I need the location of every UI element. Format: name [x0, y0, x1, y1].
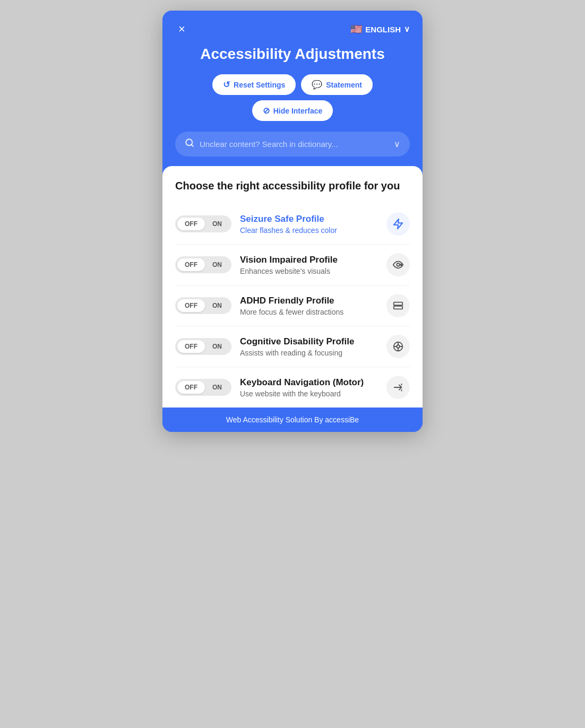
- profile-desc-adhd: More focus & fewer distractions: [240, 308, 378, 316]
- search-icon: [185, 138, 194, 150]
- statement-label: Statement: [326, 81, 362, 89]
- svg-point-4: [400, 264, 402, 266]
- svg-rect-6: [394, 306, 403, 309]
- svg-marker-2: [394, 219, 403, 229]
- reset-settings-button[interactable]: ↺ Reset Settings: [212, 74, 296, 95]
- accessibility-widget: × 🇺🇸 ENGLISH ∨ Accessibility Adjustments…: [162, 11, 423, 432]
- vision-impaired-icon: [386, 253, 410, 276]
- svg-rect-5: [394, 302, 403, 306]
- hide-interface-button[interactable]: ⊘ Hide Interface: [252, 100, 333, 121]
- profile-name-keyboard: Keyboard Navigation (Motor): [240, 377, 378, 388]
- toggle-on-label: ON: [205, 381, 229, 394]
- search-input[interactable]: [200, 140, 389, 149]
- page-title: Accessibility Adjustments: [175, 46, 410, 63]
- profile-item-vision[interactable]: OFF ON Vision Impaired Profile Enhances …: [175, 245, 410, 285]
- toggle-adhd[interactable]: OFF ON: [175, 297, 231, 314]
- profile-info-vision: Vision Impaired Profile Enhances website…: [240, 255, 378, 275]
- toggle-off-label: OFF: [177, 299, 205, 312]
- flag-icon: 🇺🇸: [350, 23, 362, 35]
- reset-settings-label: Reset Settings: [234, 81, 285, 89]
- search-bar: ∨: [175, 132, 410, 157]
- profile-desc-vision: Enhances website's visuals: [240, 267, 378, 275]
- seizure-safe-icon: [386, 212, 410, 236]
- svg-point-3: [397, 263, 400, 266]
- reset-icon: ↺: [223, 80, 230, 90]
- profile-name-vision: Vision Impaired Profile: [240, 255, 378, 265]
- toggle-on-label: ON: [205, 340, 229, 353]
- profile-item-keyboard[interactable]: OFF ON Keyboard Navigation (Motor) Use w…: [175, 367, 410, 408]
- statement-icon: 💬: [312, 80, 322, 90]
- adhd-friendly-icon: [386, 294, 410, 317]
- section-title: Choose the right accessibility profile f…: [175, 180, 410, 192]
- profile-info-cognitive: Cognitive Disability Profile Assists wit…: [240, 336, 378, 357]
- search-chevron-icon: ∨: [394, 139, 400, 149]
- statement-button[interactable]: 💬 Statement: [301, 74, 373, 95]
- profile-name-seizure: Seizure Safe Profile: [240, 214, 378, 224]
- language-label: ENGLISH: [365, 25, 401, 34]
- action-buttons: ↺ Reset Settings 💬 Statement ⊘ Hide Inte…: [175, 74, 410, 121]
- profile-item-cognitive[interactable]: OFF ON Cognitive Disability Profile Assi…: [175, 326, 410, 367]
- profile-item-adhd[interactable]: OFF ON ADHD Friendly Profile More focus …: [175, 285, 410, 326]
- profile-desc-keyboard: Use website with the keyboard: [240, 389, 378, 398]
- keyboard-navigation-icon: [386, 376, 410, 399]
- profile-item-seizure[interactable]: OFF ON Seizure Safe Profile Clear flashe…: [175, 204, 410, 245]
- profiles-section: Choose the right accessibility profile f…: [162, 166, 423, 408]
- header: × 🇺🇸 ENGLISH ∨ Accessibility Adjustments…: [162, 11, 423, 166]
- profile-info-seizure: Seizure Safe Profile Clear flashes & red…: [240, 214, 378, 235]
- profile-desc-seizure: Clear flashes & reduces color: [240, 226, 378, 235]
- profile-name-adhd: ADHD Friendly Profile: [240, 296, 378, 306]
- close-button[interactable]: ×: [175, 22, 188, 36]
- toggle-keyboard[interactable]: OFF ON: [175, 379, 231, 396]
- header-top: × 🇺🇸 ENGLISH ∨: [175, 22, 410, 36]
- toggle-on-label: ON: [205, 299, 229, 312]
- toggle-seizure[interactable]: OFF ON: [175, 215, 231, 232]
- toggle-on-label: ON: [205, 218, 229, 230]
- footer-text: Web Accessibility Solution By accessiBe: [226, 415, 359, 424]
- toggle-off-label: OFF: [177, 340, 205, 353]
- toggle-off-label: OFF: [177, 218, 205, 230]
- toggle-vision[interactable]: OFF ON: [175, 256, 231, 273]
- language-button[interactable]: 🇺🇸 ENGLISH ∨: [350, 23, 410, 35]
- cognitive-disability-icon: [386, 335, 410, 358]
- toggle-on-label: ON: [205, 258, 229, 271]
- toggle-off-label: OFF: [177, 258, 205, 271]
- toggle-cognitive[interactable]: OFF ON: [175, 338, 231, 355]
- toggle-off-label: OFF: [177, 381, 205, 394]
- profile-desc-cognitive: Assists with reading & focusing: [240, 349, 378, 357]
- profile-name-cognitive: Cognitive Disability Profile: [240, 336, 378, 347]
- chevron-down-icon: ∨: [404, 24, 410, 34]
- profile-info-keyboard: Keyboard Navigation (Motor) Use website …: [240, 377, 378, 398]
- hide-icon: ⊘: [263, 106, 270, 116]
- svg-line-1: [191, 144, 193, 146]
- profile-info-adhd: ADHD Friendly Profile More focus & fewer…: [240, 296, 378, 316]
- footer: Web Accessibility Solution By accessiBe: [162, 408, 423, 432]
- hide-interface-label: Hide Interface: [273, 107, 323, 115]
